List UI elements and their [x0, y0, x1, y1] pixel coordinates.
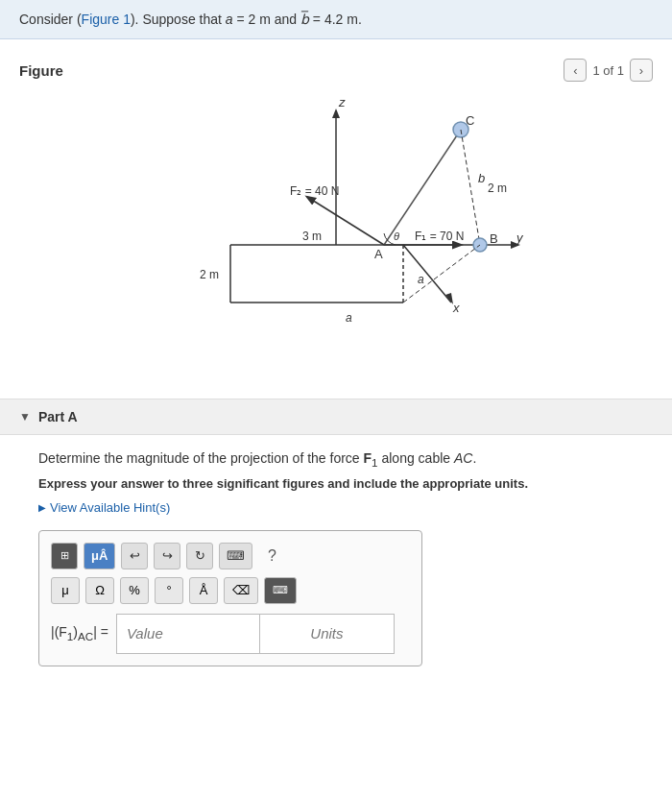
mu-button[interactable]: μ — [51, 577, 80, 604]
figure-prev-button[interactable]: ‹ — [564, 59, 587, 82]
answer-box: ⊞ μÂ ↩ ↪ ↻ ⌨ ? μ Ω % ° Å ⌫ ⌨ |(F1)AC| = — [38, 530, 422, 666]
label-a-lower1: a — [418, 273, 424, 286]
label-f2: F₂ = 40 N — [290, 184, 339, 198]
delete-button[interactable]: ⌫ — [224, 577, 258, 604]
symbols-row: μ Ω % ° Å ⌫ ⌨ — [51, 577, 410, 604]
svg-line-13 — [403, 245, 480, 303]
keyboard-sym-button[interactable]: ⌨ — [264, 577, 297, 604]
label-a-lower2: a — [346, 311, 352, 325]
answer-label: |(F1)AC| = — [51, 624, 108, 642]
label-2m-right: 2 m — [488, 182, 507, 195]
svg-marker-14 — [332, 109, 340, 118]
figure-section: Figure ‹ 1 of 1 › — [0, 39, 672, 399]
banner-equation: a = 2 m and b̅ = 4.2 m. — [226, 12, 362, 27]
degree-button[interactable]: ° — [155, 577, 183, 604]
help-button[interactable]: ? — [258, 543, 285, 569]
label-c: C — [466, 113, 474, 128]
angstrom-button[interactable]: Å — [189, 577, 218, 604]
label-a-upper: A — [374, 247, 383, 261]
label-f1: F₁ = 70 N — [415, 230, 464, 243]
label-b-point: B — [490, 231, 498, 246]
hint-link[interactable]: View Available Hint(s) — [38, 500, 634, 515]
figure-canvas: 3 m 2 m 2 m z y x C b B F₂ = 40 N θ F₁ =… — [19, 91, 653, 370]
label-b: b — [478, 171, 485, 185]
part-question: Determine the magnitude of the projectio… — [38, 450, 634, 469]
figure-title: Figure — [19, 62, 63, 79]
redo-button[interactable]: ↪ — [154, 543, 180, 569]
label-2m-left: 2 m — [200, 268, 219, 281]
figure-link[interactable]: Figure 1 — [82, 12, 131, 27]
label-x: x — [452, 301, 460, 315]
svg-line-7 — [384, 130, 461, 245]
keyboard-icon-button[interactable]: ⌨ — [219, 543, 252, 569]
part-title: Part A — [38, 409, 78, 424]
part-instruction: Express your answer to three significant… — [38, 476, 634, 491]
banner-text-before: Consider ( — [19, 12, 82, 27]
top-banner: Consider (Figure 1). Suppose that a = 2 … — [0, 0, 672, 39]
label-theta: θ — [394, 230, 399, 242]
banner-text-after: ). Suppose that — [131, 12, 226, 27]
label-3m: 3 m — [302, 230, 322, 243]
svg-line-2 — [403, 245, 451, 303]
omega-button[interactable]: Ω — [85, 577, 114, 604]
svg-marker-16 — [445, 293, 453, 304]
refresh-button[interactable]: ↻ — [186, 543, 213, 569]
percent-button[interactable]: % — [120, 577, 149, 604]
svg-line-11 — [461, 130, 480, 245]
figure-nav: ‹ 1 of 1 › — [564, 59, 653, 82]
part-content: Determine the magnitude of the projectio… — [0, 435, 672, 686]
part-header[interactable]: ▼ Part A — [0, 400, 672, 435]
part-section: ▼ Part A Determine the magnitude of the … — [0, 399, 672, 686]
figure-nav-count: 1 of 1 — [592, 63, 624, 78]
value-input[interactable] — [116, 614, 260, 654]
toolbar-row: ⊞ μÂ ↩ ↪ ↻ ⌨ ? — [51, 543, 410, 569]
part-arrow: ▼ — [19, 410, 31, 424]
label-z: z — [338, 95, 346, 109]
grid-icon-button[interactable]: ⊞ — [51, 543, 78, 569]
input-row: |(F1)AC| = — [51, 614, 410, 654]
units-input[interactable] — [260, 614, 395, 654]
label-y: y — [516, 230, 524, 245]
figure-diagram: 3 m 2 m 2 m z y x C b B F₂ = 40 N θ F₁ =… — [115, 91, 557, 370]
undo-button[interactable]: ↩ — [121, 543, 148, 569]
figure-header: Figure ‹ 1 of 1 › — [19, 59, 653, 82]
mu-hat-button[interactable]: μÂ — [84, 543, 115, 569]
figure-next-button[interactable]: › — [630, 59, 653, 82]
